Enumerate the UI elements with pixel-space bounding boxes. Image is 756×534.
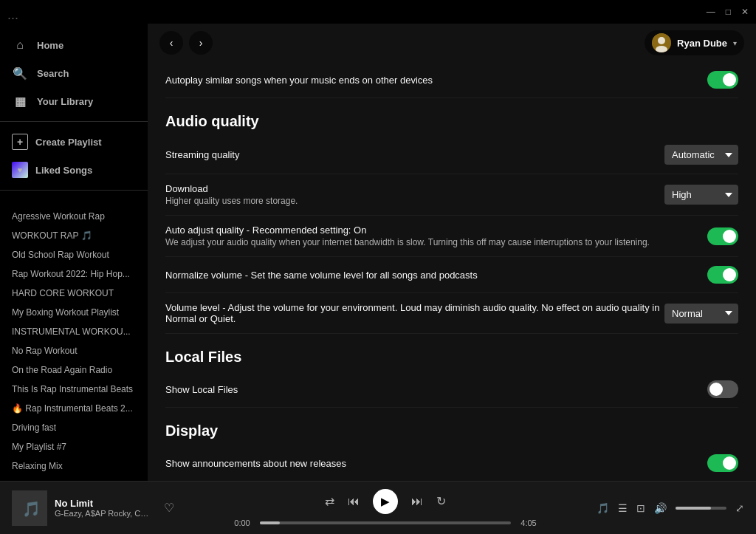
normalize-label: Normalize volume - Set the same volume l…: [165, 270, 478, 281]
sidebar-item-home[interactable]: ⌂ Home: [0, 31, 148, 59]
forward-button[interactable]: ›: [189, 31, 213, 55]
sidebar-playlist-item[interactable]: Eddie Vedder Radio: [0, 476, 148, 481]
volume-level-row: Volume level - Adjust the volume for you…: [165, 293, 738, 334]
sidebar-playlist-item[interactable]: Driving fast: [0, 418, 148, 437]
maximize-button[interactable]: □: [726, 7, 731, 17]
sidebar-item-home-label: Home: [37, 40, 63, 51]
shuffle-button[interactable]: ⇄: [325, 494, 334, 508]
fullscreen-button[interactable]: ⤢: [735, 502, 744, 514]
sidebar-playlist-item[interactable]: On the Road Again Radio: [0, 360, 148, 380]
track-title: No Limit: [55, 498, 151, 509]
app-body: ⌂ Home 🔍 Search ▦ Your Library + Create …: [0, 24, 756, 481]
lyrics-button[interactable]: 🎵: [597, 502, 609, 514]
download-label: Download Higher quality uses more storag…: [165, 183, 298, 206]
autoplay-toggle[interactable]: [707, 71, 738, 89]
sidebar-playlist-item[interactable]: Relaxing Mix: [0, 456, 148, 476]
volume-level-label: Volume level - Adjust the volume for you…: [165, 302, 664, 324]
track-artist: G-Eazy, A$AP Rocky, Cardi B: [55, 509, 151, 518]
liked-songs-button[interactable]: ♥ Liked Songs: [0, 156, 148, 184]
plus-icon: +: [12, 134, 28, 150]
sidebar-item-search-label: Search: [37, 68, 69, 79]
sidebar-playlist-item[interactable]: This Is Rap Instrumental Beats: [0, 380, 148, 399]
titlebar: ... — □ ✕: [0, 0, 756, 24]
sidebar-playlist-item[interactable]: WORKOUT RAP 🎵: [0, 226, 148, 245]
show-announcements-toggle[interactable]: [707, 454, 738, 472]
audio-quality-title: Audio quality: [165, 113, 738, 130]
liked-icon: ♥: [12, 162, 28, 178]
auto-adjust-toggle[interactable]: [707, 227, 738, 245]
create-playlist-label: Create Playlist: [35, 137, 102, 148]
sidebar-nav: ⌂ Home 🔍 Search ▦ Your Library + Create …: [0, 24, 148, 204]
sidebar-playlist-item[interactable]: My Playlist #7: [0, 437, 148, 456]
volume-fill: [676, 507, 711, 510]
sidebar-playlist-item[interactable]: Old School Rap Workout: [0, 245, 148, 264]
topbar: ‹ › Ryan Dube ▾: [148, 24, 756, 62]
sidebar-item-library-label: Your Library: [37, 96, 93, 107]
volume-button[interactable]: 🔊: [654, 502, 667, 514]
sidebar-item-library[interactable]: ▦ Your Library: [0, 87, 148, 115]
track-thumbnail: 🎵: [12, 490, 47, 526]
volume-level-select[interactable]: Quiet Normal Loud: [664, 304, 738, 324]
download-select[interactable]: Low Normal High Very High: [664, 185, 738, 205]
sidebar-playlist-item[interactable]: Rap Workout 2022: Hip Hop...: [0, 264, 148, 284]
next-button[interactable]: ⏭: [411, 495, 423, 508]
sidebar: ⌂ Home 🔍 Search ▦ Your Library + Create …: [0, 24, 148, 481]
sidebar-playlist-item[interactable]: No Rap Workout: [0, 341, 148, 360]
streaming-quality-select[interactable]: Automatic Low Normal High Very High: [664, 145, 738, 165]
streaming-quality-label: Streaming quality: [165, 149, 239, 160]
titlebar-controls[interactable]: — □ ✕: [707, 7, 749, 17]
autoplay-label: Autoplay similar songs when your music e…: [165, 75, 433, 86]
auto-adjust-toggle-slider[interactable]: [707, 227, 738, 245]
progress-track[interactable]: [260, 521, 511, 524]
show-local-files-label: Show Local Files: [165, 384, 238, 395]
svg-point-1: [658, 37, 665, 44]
main-content: ‹ › Ryan Dube ▾ Autoplay similar songs w…: [148, 24, 756, 481]
back-button[interactable]: ‹: [159, 31, 183, 55]
sidebar-playlist-item[interactable]: HARD CORE WORKOUT: [0, 284, 148, 303]
progress-bar[interactable]: 0:00 4:05: [230, 518, 540, 527]
progress-fill: [260, 521, 280, 524]
total-time: 4:05: [517, 518, 540, 527]
show-announcements-toggle-slider[interactable]: [707, 454, 738, 472]
show-local-files-toggle-slider[interactable]: [707, 380, 738, 398]
user-badge[interactable]: Ryan Dube ▾: [645, 30, 744, 55]
search-icon: 🔍: [12, 65, 28, 81]
autoplay-toggle-slider[interactable]: [707, 71, 738, 89]
user-name: Ryan Dube: [677, 38, 727, 49]
now-playing-bar: 🎵 No Limit G-Eazy, A$AP Rocky, Cardi B ♡…: [0, 481, 756, 534]
minimize-button[interactable]: —: [707, 7, 715, 17]
queue-button[interactable]: ☰: [618, 502, 628, 514]
sidebar-playlist-item[interactable]: 🔥 Rap Instrumental Beats 2...: [0, 399, 148, 418]
play-button[interactable]: ▶: [373, 489, 398, 514]
auto-adjust-row: Auto adjust quality - Recommended settin…: [165, 216, 738, 257]
player-controls: ⇄ ⏮ ▶ ⏭ ↻: [325, 489, 446, 514]
nav-buttons: ‹ ›: [159, 31, 213, 55]
sidebar-playlist-item[interactable]: My Boxing Workout Playlist: [0, 303, 148, 322]
normalize-toggle[interactable]: [707, 266, 738, 284]
sidebar-playlist-item[interactable]: INSTRUMENTAL WORKOU...: [0, 322, 148, 341]
playlist-list: Agressive Workout RapWORKOUT RAP 🎵Old Sc…: [0, 204, 148, 481]
show-local-files-row: Show Local Files: [165, 372, 738, 408]
home-icon: ⌂: [12, 37, 28, 53]
volume-bar[interactable]: [676, 507, 726, 510]
previous-button[interactable]: ⏮: [348, 495, 360, 508]
local-files-title: Local Files: [165, 349, 738, 366]
player-right: 🎵 ☰ ⊡ 🔊 ⤢: [597, 502, 744, 514]
player-center: ⇄ ⏮ ▶ ⏭ ↻ 0:00 4:05: [182, 489, 589, 527]
show-local-files-toggle[interactable]: [707, 380, 738, 398]
sidebar-item-search[interactable]: 🔍 Search: [0, 59, 148, 87]
track-meta: No Limit G-Eazy, A$AP Rocky, Cardi B: [55, 498, 151, 518]
sidebar-playlist-item[interactable]: Agressive Workout Rap: [0, 207, 148, 226]
titlebar-dots: ...: [7, 8, 15, 16]
heart-icon[interactable]: ♡: [164, 501, 174, 515]
close-button[interactable]: ✕: [741, 7, 749, 17]
display-title: Display: [165, 422, 738, 439]
auto-adjust-label: Auto adjust quality - Recommended settin…: [165, 225, 650, 247]
devices-button[interactable]: ⊡: [636, 502, 645, 514]
normalize-toggle-slider[interactable]: [707, 266, 738, 284]
repeat-button[interactable]: ↻: [436, 494, 446, 508]
create-playlist-button[interactable]: + Create Playlist: [0, 128, 148, 156]
autoplay-row: Autoplay similar songs when your music e…: [165, 62, 738, 98]
settings-panel: Autoplay similar songs when your music e…: [148, 62, 756, 481]
normalize-row: Normalize volume - Set the same volume l…: [165, 257, 738, 293]
